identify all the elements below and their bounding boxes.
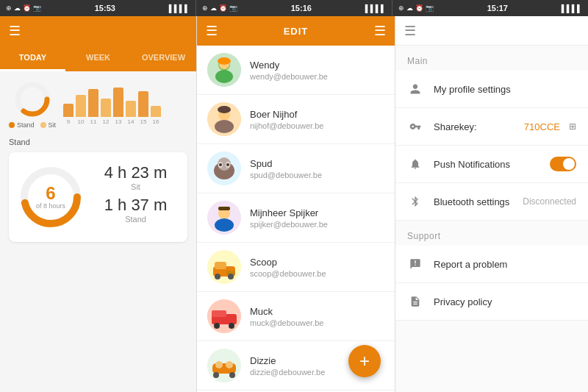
bar-label-13: 13 [113,118,123,125]
user-item-spud[interactable]: Spud spud@debouwer.be [197,144,395,193]
big-donut-chart: 6 of 8 hours [18,164,84,230]
push-toggle[interactable] [550,157,576,171]
status-bar-mid: ⊕☁⏰📷 15:16 ▌▌▌▌ [196,0,392,16]
chart-area: Stand Sit [9,80,187,129]
status-icons-mid: ⊕☁⏰📷 [202,4,237,12]
tab-week[interactable]: WEEK [65,46,131,71]
tab-bar: TODAY WEEK OVERVIEW [0,46,196,71]
settings-item-bluetooth[interactable]: Bluetooth settings Disconnected [395,183,588,221]
report-icon [407,256,423,272]
settings-item-privacy[interactable]: Privacy policy [395,283,588,321]
svg-point-11 [215,120,234,133]
user-item-wendy[interactable]: Wendy wendy@debouwer.be [197,46,395,95]
svg-point-31 [228,274,234,279]
user-item-boer[interactable]: Boer Nijhof nijhof@debouwer.be [197,95,395,144]
fab-icon: + [359,352,370,370]
section-label-main: Main [395,46,588,71]
hamburger-icon-mid2[interactable]: ☰ [374,23,386,39]
svg-point-42 [229,372,235,378]
qr-icon[interactable]: ⊞ [569,121,576,132]
svg-point-23 [215,218,234,232]
user-item-mijnheer[interactable]: Mijnheer Spijker spijker@debouwer.be [197,193,395,243]
hamburger-icon-right[interactable]: ☰ [404,23,416,39]
user-name-scoop: Scoop [250,257,384,268]
user-info-mijnheer: Mijnheer Spijker spijker@debouwer.be [250,207,384,229]
hamburger-icon-left[interactable]: ☰ [9,23,21,39]
legend-dot-stand [9,122,15,128]
avatar-wendy [207,53,241,87]
settings-item-push[interactable]: Push Notifications [395,146,588,183]
avatar-dizzie [207,349,241,382]
user-name-wendy: Wendy [250,60,384,71]
time-right: 15:17 [487,4,508,13]
settings-item-report[interactable]: Report a problem [395,246,588,283]
settings-item-sharekey[interactable]: Sharekey: 710CCE ⊞ [395,108,588,146]
bars-container [63,84,187,117]
user-info-spud: Spud spud@debouwer.be [250,158,384,179]
battery-mid: ▌▌▌▌ [365,4,386,13]
tab-today[interactable]: TODAY [0,46,65,71]
battery-left: ▌▌▌▌ [169,4,190,13]
status-bar-right: ⊕☁⏰📷 15:17 ▌▌▌▌ [392,0,588,16]
stand-section: 6 of 8 hours 4 h 23 m Sit 1 h 37 m Stand [9,152,187,242]
settings-item-profile[interactable]: My profile settings [395,71,588,108]
user-name-muck: Muck [250,306,384,317]
bar-14 [126,101,136,117]
sharekey-text: Sharekey: [434,121,524,132]
svg-rect-34 [212,310,226,317]
bar-chart: 9 10 11 12 13 14 15 16 [63,84,187,125]
bar-16 [151,106,161,117]
tab-overview[interactable]: OVERVIEW [131,46,196,71]
status-icons-left: ⊕☁⏰📷 [6,4,41,12]
user-info-boer: Boer Nijhof nijhof@debouwer.be [250,109,384,130]
bar-label-16: 16 [151,118,161,125]
profile-text: My profile settings [434,84,576,95]
user-email-scoop: scoop@debouwer.be [250,269,384,278]
hamburger-icon-mid[interactable]: ☰ [206,23,218,39]
svg-rect-28 [215,262,226,269]
svg-point-39 [215,361,223,368]
left-panel-header: ☰ [0,16,196,46]
user-name-spud: Spud [250,158,384,169]
bar-11 [88,89,98,117]
left-panel-body: Stand Sit [0,71,196,392]
user-email-mijnheer: spijker@debouwer.be [250,220,384,229]
bluetooth-icon [407,193,423,210]
chart-legend: Stand Sit [9,121,56,129]
user-info-muck: Muck muck@debouwer.be [250,306,384,327]
svg-point-6 [215,70,233,83]
sharekey-icon [407,118,423,135]
sit-time-block: 4 h 23 m Sit [93,165,179,191]
bar-label-15: 15 [138,118,148,125]
user-item-muck[interactable]: Muck muck@debouwer.be [197,292,395,341]
time-left: 15:53 [95,4,115,13]
stand-time-block: 1 h 37 m Stand [93,197,179,224]
user-email-muck: muck@debouwer.be [250,318,384,327]
donut-number: 6 [36,185,65,202]
svg-point-36 [229,323,234,329]
avatar-scoop [207,250,241,284]
avatar-spud [207,152,241,185]
bar-label-9: 9 [63,118,74,125]
time-stats: 4 h 23 m Sit 1 h 37 m Stand [93,165,179,229]
fab-add-button[interactable]: + [348,345,381,377]
stand-section-label: Stand [9,138,187,146]
user-item-scoop[interactable]: Scoop scoop@debouwer.be [197,243,395,292]
svg-point-13 [218,106,231,113]
bluetooth-status: Disconnected [523,196,576,207]
status-icons-right: ⊕☁⏰📷 [398,4,434,12]
svg-point-20 [226,163,229,166]
legend-sit: Sit [40,121,57,129]
avatar-mijnheer [207,201,241,235]
stand-time: 1 h 37 m [93,197,179,213]
right-panel: ☰ Main My profile settings Sharekey: 710… [395,16,588,392]
bar-label-10: 10 [76,118,86,125]
section-label-support: Support [395,221,588,246]
notification-icon [407,156,423,172]
svg-point-30 [215,274,220,279]
bluetooth-text: Bluetooth settings [434,196,523,207]
legend-label-stand: Stand [17,121,35,129]
donut-subtitle: of 8 hours [36,202,65,210]
privacy-text: Privacy policy [434,296,576,307]
right-panel-header: ☰ [395,16,588,46]
